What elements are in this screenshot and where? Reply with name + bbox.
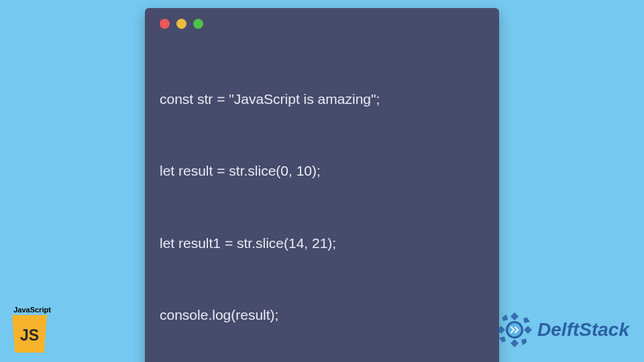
minimize-icon: [176, 19, 186, 29]
delftstack-icon: [496, 311, 533, 349]
js-text: JS: [20, 326, 39, 345]
code-window: const str = "JavaScript is amazing"; let…: [145, 8, 499, 362]
code-line: let result = str.slice(0, 10);: [160, 159, 484, 183]
close-icon: [160, 19, 170, 29]
maximize-icon: [193, 19, 203, 29]
window-controls: [160, 19, 484, 29]
javascript-badge: JavaScript JS: [12, 306, 52, 353]
code-block: const str = "JavaScript is amazing"; let…: [160, 40, 484, 362]
code-line: let result1 = str.slice(14, 21);: [160, 231, 484, 255]
delftstack-logo: DelftStack: [496, 311, 629, 349]
svg-point-1: [508, 323, 521, 337]
code-line: console.log(result);: [160, 303, 484, 327]
code-line: const str = "JavaScript is amazing";: [160, 87, 484, 111]
delftstack-text: DelftStack: [537, 319, 629, 341]
javascript-label: JavaScript: [12, 306, 52, 314]
javascript-shield-icon: JS: [12, 315, 47, 353]
